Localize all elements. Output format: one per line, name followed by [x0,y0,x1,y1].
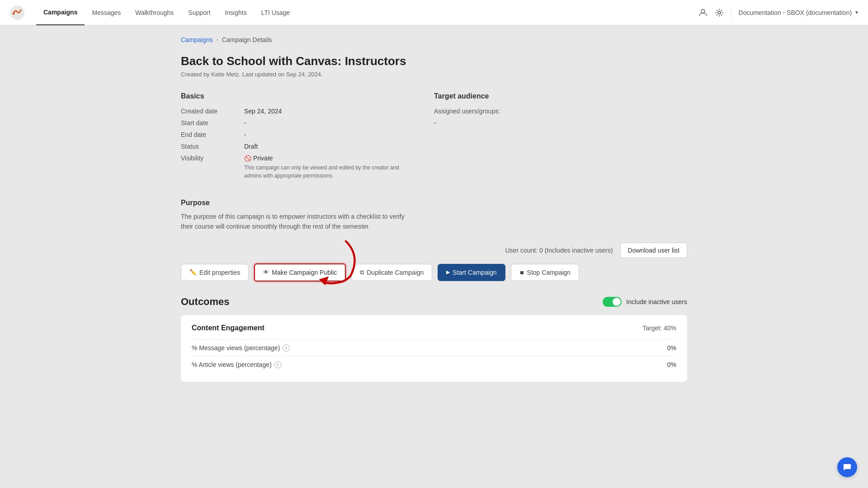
status-label: Status [181,143,244,150]
svg-point-3 [718,11,721,14]
edit-properties-button[interactable]: ✏️ Edit properties [181,264,249,281]
visibility-row: Visibility 🚫 Private This campaign can o… [181,155,434,180]
stop-campaign-button[interactable]: ⏹ Stop Campaign [511,264,580,281]
logo [9,5,25,21]
include-inactive-toggle-switch[interactable] [603,297,622,307]
copy-icon: ⧉ [360,269,364,276]
start-date-value: - [244,119,246,127]
stop-icon: ⏹ [519,270,524,275]
article-views-value: 0% [667,361,676,368]
status-value: Draft [244,143,258,150]
purpose-title: Purpose [181,199,687,207]
outcomes-header: Outcomes Include inactive users [181,296,687,308]
page-content: Campaigns › Campaign Details Back to Sch… [163,25,705,400]
eye-slash-icon: 🚫 [244,155,251,162]
workspace-selector[interactable]: Documentation - SBOX (documentation) ▼ [739,9,859,16]
top-nav: Campaigns Messages Walkthroughs Support … [0,0,868,25]
breadcrumb-campaigns-link[interactable]: Campaigns [181,36,213,43]
include-inactive-toggle: Include inactive users [603,297,687,307]
duplicate-campaign-button[interactable]: ⧉ Duplicate Campaign [351,264,432,281]
status-row: Status Draft [181,143,434,150]
nav-lti-usage[interactable]: LTI Usage [254,0,297,25]
assigned-label: Assigned users/groups: [434,108,500,115]
user-icon-button[interactable] [698,8,708,17]
details-grid: Basics Created date Sep 24, 2024 Start d… [181,92,687,184]
end-date-value: - [244,131,246,138]
breadcrumb-separator: › [217,37,218,43]
start-campaign-button[interactable]: ▶ Start Campaign [438,264,505,281]
target-audience-title: Target audience [434,92,687,100]
end-date-row: End date - [181,131,434,138]
nav-campaigns[interactable]: Campaigns [36,0,85,25]
start-date-row: Start date - [181,119,434,127]
include-inactive-label: Include inactive users [626,298,687,305]
visibility-label: Visibility [181,155,244,162]
target-badge: Target: 40% [642,324,676,332]
content-engagement-card: Content Engagement Target: 40% % Message… [181,315,687,382]
nav-divider [731,7,731,18]
nav-support[interactable]: Support [181,0,217,25]
chevron-down-icon: ▼ [854,10,859,15]
message-views-row: % Message views (percentage) i 0% [192,339,676,356]
created-date-label: Created date [181,108,244,115]
svg-point-2 [701,9,705,13]
target-audience-section: Target audience Assigned users/groups: - [434,92,687,184]
assigned-value: - [434,119,436,127]
message-views-info-icon[interactable]: i [283,344,290,352]
basics-title: Basics [181,92,434,100]
article-views-info-icon[interactable]: i [274,361,282,368]
breadcrumb-current: Campaign Details [222,36,272,43]
user-count-text: User count: 0 (Includes inactive users) [505,247,613,254]
end-date-label: End date [181,131,244,138]
purpose-text: The purpose of this campaign is to empow… [181,211,407,232]
message-views-label: % Message views (percentage) i [192,344,290,352]
settings-icon-button[interactable] [715,8,724,17]
created-date-row: Created date Sep 24, 2024 [181,108,434,115]
start-date-label: Start date [181,119,244,127]
engagement-card-header: Content Engagement Target: 40% [192,324,676,332]
page-title: Back to School with Canvas: Instructors [181,54,687,68]
assigned-row: Assigned users/groups: [434,108,687,115]
action-buttons: ✏️ Edit properties 👁 Make Campaign Publi… [181,263,687,282]
nav-messages[interactable]: Messages [85,0,128,25]
nav-insights[interactable]: Insights [217,0,254,25]
nav-right: Documentation - SBOX (documentation) ▼ [698,7,859,18]
svg-point-1 [13,12,15,14]
message-views-value: 0% [667,344,676,352]
breadcrumb: Campaigns › Campaign Details [181,36,687,43]
nav-links: Campaigns Messages Walkthroughs Support … [36,0,698,25]
article-views-row: % Article views (percentage) i 0% [192,356,676,373]
purpose-section: Purpose The purpose of this campaign is … [181,199,687,232]
basics-section: Basics Created date Sep 24, 2024 Start d… [181,92,434,184]
user-count-row: User count: 0 (Includes inactive users) … [181,243,687,258]
make-campaign-public-button[interactable]: 👁 Make Campaign Public [254,263,346,282]
visibility-note: This campaign can only be viewed and edi… [244,164,407,180]
eye-icon: 👁 [263,269,269,276]
outcomes-title: Outcomes [181,296,230,308]
assigned-value-row: - [434,119,687,127]
visibility-value: 🚫 Private [244,155,273,162]
download-user-list-button[interactable]: Download user list [620,243,687,258]
edit-icon: ✏️ [189,269,197,276]
nav-walkthroughs[interactable]: Walkthroughs [128,0,181,25]
article-views-label: % Article views (percentage) i [192,361,282,368]
play-icon: ▶ [446,269,450,275]
page-subtitle: Created by Katie Metz. Last updated on S… [181,71,687,78]
created-date-value: Sep 24, 2024 [244,108,282,115]
engagement-card-title: Content Engagement [192,324,264,332]
